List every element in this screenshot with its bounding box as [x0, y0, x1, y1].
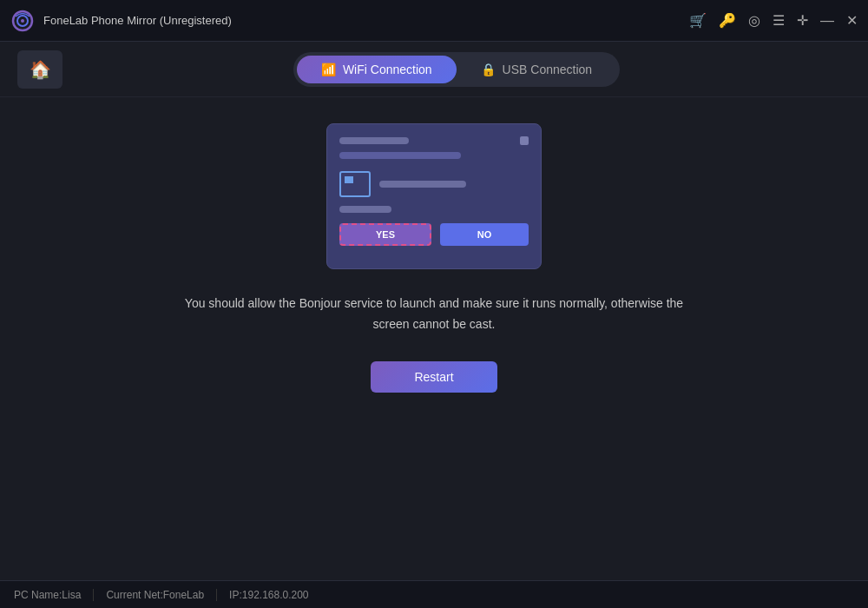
title-left: FoneLab Phone Mirror (Unregistered)	[10, 9, 232, 33]
dialog-title-bar	[339, 136, 529, 145]
dialog-illustration: YES NO	[326, 123, 542, 269]
settings-icon[interactable]: ✛	[797, 12, 808, 29]
toolbar: 🏠 📶 WiFi Connection 🔒 USB Connection	[0, 42, 868, 97]
key-icon[interactable]: 🔑	[719, 12, 736, 29]
status-pc-name: PC Name:Lisa	[14, 589, 94, 601]
wifi-connection-tab[interactable]: 📶 WiFi Connection	[297, 56, 457, 83]
title-controls: 🛒 🔑 ◎ ☰ ✛ — ✕	[689, 12, 858, 29]
wifi-icon: 📶	[321, 63, 336, 76]
cart-icon[interactable]: 🛒	[689, 12, 707, 29]
minimize-icon[interactable]: —	[820, 13, 834, 29]
dialog-monitor-icon	[339, 171, 371, 197]
description-text: You should allow the Bonjour service to …	[185, 294, 683, 335]
dialog-buttons: YES NO	[339, 223, 529, 246]
dialog-title-text	[339, 137, 409, 144]
close-button[interactable]: ✕	[846, 12, 858, 29]
app-title: FoneLab Phone Mirror (Unregistered)	[43, 14, 232, 27]
home-button[interactable]: 🏠	[17, 50, 62, 89]
app-logo-icon	[10, 9, 35, 33]
home-icon: 🏠	[30, 59, 51, 80]
help-icon[interactable]: ◎	[748, 12, 760, 29]
usb-icon: 🔒	[481, 63, 496, 76]
dialog-bar2	[379, 181, 466, 188]
connection-tabs: 📶 WiFi Connection 🔒 USB Connection	[293, 52, 620, 87]
dialog-no-button[interactable]: NO	[440, 223, 529, 246]
dialog-yes-button[interactable]: YES	[339, 223, 431, 246]
dialog-icon-row	[339, 171, 529, 197]
menu-icon[interactable]: ☰	[773, 12, 785, 29]
status-current-net: Current Net:FoneLab	[106, 589, 217, 601]
dialog-close-dot	[520, 136, 529, 145]
dialog-bar1	[339, 152, 461, 159]
restart-button[interactable]: Restart	[371, 361, 496, 393]
main-content: YES NO You should allow the Bonjour serv…	[0, 97, 868, 419]
usb-connection-tab[interactable]: 🔒 USB Connection	[457, 56, 617, 83]
status-ip: IP:192.168.0.200	[229, 589, 320, 601]
svg-point-2	[21, 19, 24, 23]
dialog-bar3	[339, 206, 391, 213]
title-bar: FoneLab Phone Mirror (Unregistered) 🛒 🔑 …	[0, 0, 868, 42]
status-bar: PC Name:Lisa Current Net:FoneLab IP:192.…	[0, 580, 868, 608]
